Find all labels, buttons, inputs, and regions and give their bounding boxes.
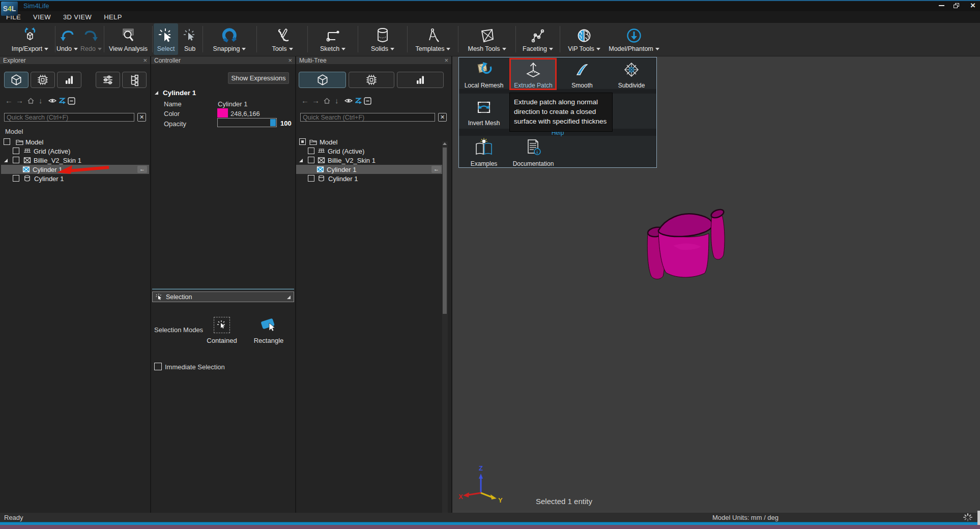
faceting-button[interactable]: Faceting <box>517 23 559 55</box>
name-value[interactable]: Cylinder 1 <box>218 100 248 108</box>
entity-expander-icon[interactable] <box>155 91 158 95</box>
show-expressions-button[interactable]: Show Expressions <box>228 72 289 84</box>
tab-simulations[interactable] <box>349 72 394 88</box>
checkbox[interactable] <box>13 157 19 163</box>
color-swatch[interactable] <box>217 108 228 117</box>
templates-button[interactable]: Templates <box>409 23 457 55</box>
close-icon[interactable]: × <box>143 58 147 63</box>
tree-row-grid[interactable]: Grid (Active) <box>0 146 150 156</box>
visibility-eye-icon[interactable] <box>344 98 353 104</box>
tree-row-skin[interactable]: Billie_V2_Skin 1 <box>296 156 442 165</box>
tree-row-cylinder-selected[interactable]: Cylinder 1 ← <box>296 165 442 174</box>
back-arrow-icon[interactable]: ← <box>301 96 309 105</box>
close-icon[interactable]: × <box>444 58 448 63</box>
invert-mesh-item[interactable]: Invert Mesh <box>460 98 508 127</box>
tree-row-cylinder2[interactable]: Cylinder 1 <box>296 174 442 183</box>
examples-icon <box>473 138 495 157</box>
examples-item[interactable]: Examples <box>460 138 508 167</box>
select-cursor-icon <box>157 26 175 45</box>
documentation-item[interactable]: i Documentation <box>509 138 557 167</box>
checkbox[interactable] <box>308 148 314 154</box>
home-icon[interactable] <box>27 97 35 104</box>
close-icon[interactable]: × <box>288 58 292 63</box>
back-arrow-icon[interactable]: ← <box>5 96 13 105</box>
rectangle-mode-button[interactable] <box>259 316 277 333</box>
explorer-search-input[interactable] <box>4 113 134 122</box>
section-splitter[interactable] <box>152 288 294 290</box>
scrollbar[interactable] <box>442 141 448 529</box>
menu-help[interactable]: HELP <box>98 13 128 21</box>
multi-tree-search-input[interactable] <box>300 113 435 122</box>
tab-analysis[interactable] <box>57 72 81 88</box>
imp-export-button[interactable]: Imp/Export <box>6 23 54 55</box>
collapse-all-icon[interactable] <box>364 97 371 105</box>
forward-arrow-icon[interactable]: → <box>16 96 23 105</box>
model-phantom-button[interactable]: Model/Phantom <box>609 23 659 55</box>
checkbox[interactable] <box>4 138 10 145</box>
explorer-search-clear-button[interactable]: ✕ <box>137 113 146 122</box>
mesh-tools-button[interactable]: Mesh Tools <box>459 23 514 55</box>
scrollbar-thumb[interactable] <box>443 148 447 314</box>
menu-3d-view[interactable]: 3D VIEW <box>57 13 98 21</box>
multi-tree-search-clear-button[interactable]: ✕ <box>438 113 447 122</box>
menu-view[interactable]: VIEW <box>27 13 57 21</box>
sub-select-button[interactable]: Sub <box>179 23 200 55</box>
tab-analysis[interactable] <box>397 72 444 88</box>
checkbox[interactable] <box>13 175 19 182</box>
minimize-icon <box>939 5 944 6</box>
vip-tools-button[interactable]: ViP Tools <box>561 23 608 55</box>
opacity-slider-handle[interactable] <box>270 119 276 126</box>
checkbox[interactable] <box>308 157 314 163</box>
bar-chart-icon <box>414 74 426 86</box>
visibility-eye-icon[interactable] <box>48 98 56 104</box>
collapse-all-icon[interactable] <box>68 97 75 105</box>
color-value[interactable]: 248,6,166 <box>230 110 260 117</box>
minimize-button[interactable] <box>934 1 948 10</box>
view-analysis-label: View Analysis <box>109 45 148 52</box>
tree-row-model[interactable]: Model <box>0 137 150 146</box>
contained-mode-button[interactable] <box>214 317 230 333</box>
forward-arrow-icon[interactable]: → <box>312 96 320 105</box>
immediate-selection-checkbox[interactable] <box>154 363 162 370</box>
pin-back-arrow-icon[interactable]: ← <box>137 166 147 173</box>
expander-icon[interactable] <box>299 159 303 162</box>
tools-button[interactable]: Tools <box>258 23 306 55</box>
down-arrow-icon[interactable]: ↓ <box>39 96 43 105</box>
snapping-button[interactable]: Snapping <box>205 23 254 55</box>
solids-button[interactable]: Solids <box>360 23 406 55</box>
tab-simulations[interactable] <box>31 72 55 88</box>
zoom-to-icon[interactable] <box>355 97 363 104</box>
expander-icon[interactable] <box>4 159 8 162</box>
tab-filters[interactable] <box>96 72 120 88</box>
tree-row-grid[interactable]: Grid (Active) <box>296 146 442 156</box>
checkbox[interactable] <box>308 175 314 182</box>
selection-section-header[interactable]: Selection <box>152 291 294 302</box>
tab-model-cube[interactable] <box>299 72 346 88</box>
home-icon[interactable] <box>323 97 331 104</box>
restore-button[interactable] <box>949 1 964 10</box>
smooth-item[interactable]: Smooth <box>558 61 606 89</box>
close-button[interactable]: × <box>966 1 980 10</box>
pin-back-arrow-icon[interactable]: ← <box>431 166 441 173</box>
tree-row-model[interactable]: Model <box>296 137 442 146</box>
cylinder-mesh-shape[interactable] <box>638 200 750 291</box>
extrude-patch-tooltip: Extrude patch along normal direction to … <box>509 93 613 132</box>
redo-button[interactable]: Redo <box>79 23 103 55</box>
checkbox[interactable] <box>13 148 19 154</box>
undo-button[interactable]: Undo <box>56 23 78 55</box>
opacity-slider[interactable] <box>217 118 277 127</box>
select-button[interactable]: Select <box>154 23 178 55</box>
view-analysis-button[interactable]: View Analysis <box>106 23 151 55</box>
tree-label: Grid (Active) <box>328 148 364 155</box>
subdivide-item[interactable]: Subdivide <box>608 61 655 89</box>
local-remesh-item[interactable]: Local Remesh <box>460 61 508 89</box>
tab-hierarchy[interactable] <box>122 72 147 88</box>
extrude-patch-item[interactable]: Extrude Patch <box>509 61 557 89</box>
sketch-button[interactable]: Sketch <box>309 23 356 55</box>
checkbox-partial[interactable] <box>299 138 306 145</box>
zoom-to-icon[interactable] <box>59 97 67 104</box>
down-arrow-icon[interactable]: ↓ <box>335 96 339 105</box>
scroll-up-icon[interactable] <box>443 142 447 145</box>
tab-model-cube[interactable] <box>4 72 28 88</box>
cube-icon <box>10 73 23 86</box>
